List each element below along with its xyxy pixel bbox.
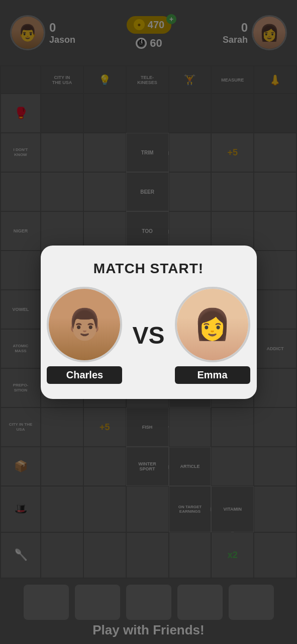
match-player-emma: 👩 Emma (175, 287, 250, 384)
match-modal: MATCH START! 👨🏽 Charles VS 👩 Emma (41, 246, 257, 399)
match-player-charles: 👨🏽 Charles (47, 287, 122, 384)
match-title: MATCH START! (93, 261, 204, 277)
modal-overlay: MATCH START! 👨🏽 Charles VS 👩 Emma (0, 0, 297, 644)
vs-text: VS (132, 321, 164, 349)
emma-avatar: 👩 (175, 287, 250, 362)
charles-name: Charles (47, 366, 122, 384)
emma-name: Emma (175, 366, 250, 384)
match-players: 👨🏽 Charles VS 👩 Emma (51, 287, 247, 384)
charles-avatar: 👨🏽 (47, 287, 122, 362)
